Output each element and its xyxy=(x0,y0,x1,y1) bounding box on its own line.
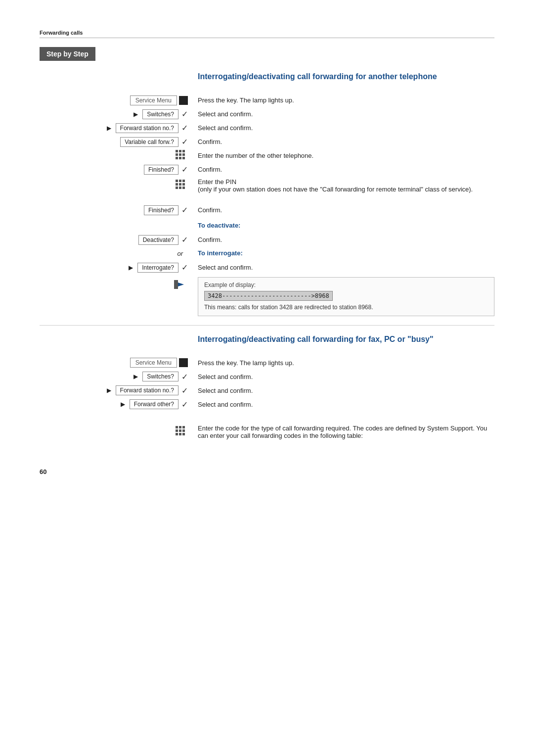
row-text: Confirm. xyxy=(198,206,222,214)
row-text: Select and confirm. xyxy=(198,264,253,271)
step-by-step-badge: Step by Step xyxy=(40,47,95,61)
row-variable-call-forw: Variable call forw.? ✓ Confirm. xyxy=(40,136,494,148)
display-example-label: Example of display: xyxy=(204,282,488,288)
svg-rect-10 xyxy=(179,180,181,182)
row-interrogate: ▶ Interrogate? ✓ Select and confirm. xyxy=(40,261,494,274)
section1-title: Interrogating/deactivating call forwardi… xyxy=(198,72,494,82)
check-icon: ✓ xyxy=(181,123,188,133)
black-square-2 xyxy=(179,358,188,367)
svg-rect-20 xyxy=(176,426,178,428)
svg-rect-6 xyxy=(176,157,178,159)
forwarding-calls-header: Forwarding calls xyxy=(40,30,494,38)
row-text: Select and confirm. xyxy=(198,401,253,408)
svg-rect-1 xyxy=(179,150,181,152)
black-square-1 xyxy=(179,96,188,105)
row-enter-code: Enter the code for the type of call forw… xyxy=(40,424,494,453)
row-forward-other: ▶ Forward other? ✓ Select and confirm. xyxy=(40,398,494,411)
step-box: Forward other? xyxy=(130,399,178,409)
svg-rect-25 xyxy=(182,429,185,432)
row-service-menu-2: Service Menu Press the key. The lamp lig… xyxy=(40,356,494,369)
step-box: Forward station no.? xyxy=(116,123,178,133)
row-text: Select and confirm. xyxy=(198,373,253,380)
row-text: Enter the PIN(only if your own station d… xyxy=(198,178,473,193)
row-to-deactivate-heading: To deactivate: xyxy=(40,220,494,233)
row-text: Select and confirm. xyxy=(198,387,253,394)
display-example-box: Example of display: 3428----------------… xyxy=(198,277,494,316)
row-text: Press the key. The lamp lights up. xyxy=(198,96,294,104)
arrow-icon: ▶ xyxy=(121,401,128,408)
step-box: Interrogate? xyxy=(137,263,178,273)
to-deactivate-label: To deactivate: xyxy=(198,222,240,229)
row-text: Select and confirm. xyxy=(198,124,253,132)
check-icon: ✓ xyxy=(181,109,188,119)
svg-rect-12 xyxy=(176,183,178,186)
svg-rect-5 xyxy=(182,153,185,156)
row-display-example: Example of display: 3428----------------… xyxy=(40,276,494,316)
row-forward-station-2: ▶ Forward station no.? ✓ Select and conf… xyxy=(40,384,494,397)
row-finished-2: Finished? ✓ Confirm. xyxy=(40,204,494,217)
display-example-desc: This means: calls for station 3428 are r… xyxy=(204,303,488,312)
row-text: Enter the code for the type of call forw… xyxy=(198,425,494,439)
keypad-icon xyxy=(175,149,188,162)
row-deactivate: Deactivate? ✓ Confirm. xyxy=(40,234,494,246)
keypad-icon xyxy=(175,425,188,438)
svg-rect-16 xyxy=(179,187,181,189)
svg-rect-28 xyxy=(182,433,185,435)
arrow-icon: ▶ xyxy=(107,387,114,394)
check-icon: ✓ xyxy=(181,137,188,146)
row-text: Select and confirm. xyxy=(198,110,253,118)
row-enter-pin: Enter the PIN(only if your own station d… xyxy=(40,177,494,203)
display-example-value: 3428------------------------->8968 xyxy=(204,291,333,301)
arrow-icon: ▶ xyxy=(129,264,135,271)
row-text: Confirm. xyxy=(198,166,222,173)
check-icon: ✓ xyxy=(181,386,188,395)
check-icon: ✓ xyxy=(181,372,188,381)
row-enter-number: Enter the number of the other telephone. xyxy=(40,149,494,162)
check-icon: ✓ xyxy=(181,205,188,215)
svg-rect-7 xyxy=(179,157,181,159)
svg-rect-21 xyxy=(179,426,181,428)
svg-rect-23 xyxy=(176,429,178,432)
step-box: Switches? xyxy=(142,372,178,381)
display-icon xyxy=(174,280,188,290)
row-text: Press the key. The lamp lights up. xyxy=(198,359,294,367)
svg-rect-15 xyxy=(176,187,178,189)
svg-rect-27 xyxy=(179,433,181,435)
svg-rect-3 xyxy=(176,153,178,156)
row-text: Confirm. xyxy=(198,138,222,145)
step-box: Finished? xyxy=(144,165,178,175)
svg-rect-2 xyxy=(182,150,185,152)
step-box: Switches? xyxy=(142,109,178,119)
svg-rect-4 xyxy=(179,153,181,156)
arrow-icon: ▶ xyxy=(107,125,114,132)
svg-rect-14 xyxy=(182,183,185,186)
keypad-icon xyxy=(175,179,188,192)
svg-rect-11 xyxy=(182,180,185,182)
step-box: Deactivate? xyxy=(138,235,178,245)
row-service-menu-1: Service Menu Press the key. The lamp lig… xyxy=(40,94,494,107)
check-icon: ✓ xyxy=(181,165,188,174)
svg-rect-13 xyxy=(179,183,181,186)
svg-rect-18 xyxy=(174,280,178,289)
step-box: Forward station no.? xyxy=(116,385,178,395)
row-finished-1: Finished? ✓ Confirm. xyxy=(40,163,494,176)
service-menu-box-1: Service Menu xyxy=(130,95,177,105)
svg-rect-8 xyxy=(182,157,185,159)
check-icon: ✓ xyxy=(181,235,188,244)
svg-rect-24 xyxy=(179,429,181,432)
step-box: Finished? xyxy=(144,205,178,215)
to-interrogate-label: To interrogate: xyxy=(198,249,243,257)
arrow-icon: ▶ xyxy=(134,373,140,380)
or-text: or xyxy=(177,250,188,257)
row-spacer xyxy=(40,412,494,423)
arrow-icon: ▶ xyxy=(134,111,140,118)
row-text: Confirm. xyxy=(198,236,222,243)
svg-rect-17 xyxy=(182,187,185,189)
row-text: Enter the number of the other telephone. xyxy=(198,152,313,159)
step-box: Variable call forw.? xyxy=(120,137,178,147)
service-menu-box-2: Service Menu xyxy=(130,358,177,368)
svg-marker-19 xyxy=(178,283,184,286)
svg-rect-0 xyxy=(176,150,178,152)
row-switches-1: ▶ Switches? ✓ Select and confirm. xyxy=(40,108,494,121)
row-or-interrogate: or To interrogate: xyxy=(40,247,494,260)
